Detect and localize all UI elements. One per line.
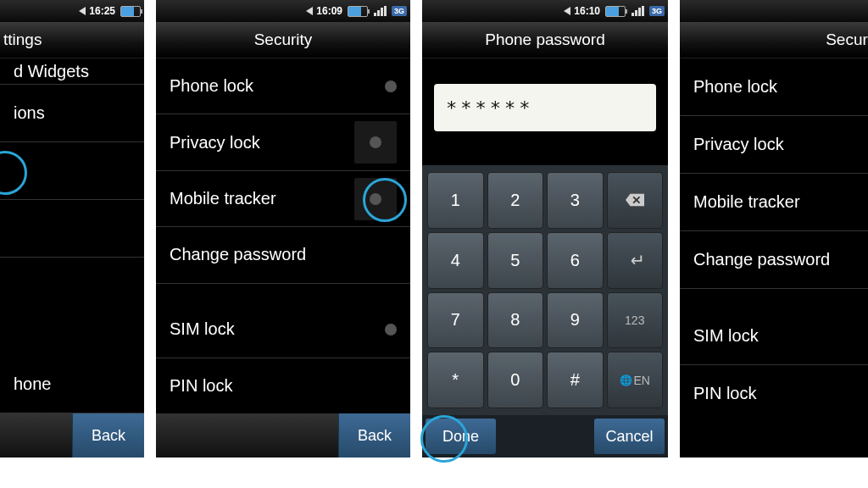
security-list: Phone lock Privacy lock Mobile tracker C…	[156, 58, 410, 413]
list-divider	[156, 284, 410, 302]
radio-icon	[370, 136, 381, 148]
password-area: ******	[422, 58, 668, 165]
key-6[interactable]: 6	[547, 232, 604, 289]
key-7[interactable]: 7	[427, 292, 484, 349]
speaker-icon	[79, 7, 86, 15]
list-item-mobile-tracker[interactable]: Mobile tracker	[680, 174, 868, 231]
status-bar: 16:10 3G	[422, 0, 668, 22]
clock: 16:25	[89, 5, 115, 17]
page-title: Securi	[680, 22, 868, 58]
footer: Back	[156, 413, 410, 458]
list-item-pin-lock[interactable]: PIN lock	[156, 358, 410, 413]
key-mode-123[interactable]: 123	[607, 292, 664, 349]
list-item-phone-lock[interactable]: Phone lock	[680, 58, 868, 116]
list-item-change-password[interactable]: Change password	[156, 227, 410, 283]
numeric-keypad: 1 2 3 4 5 6 7 8 9 123 * 0 # 🌐 EN	[422, 165, 668, 415]
list-item-phone-lock[interactable]: Phone lock	[156, 58, 410, 114]
list-item[interactable]	[0, 142, 144, 200]
key-2[interactable]: 2	[487, 172, 544, 229]
signal-icon	[373, 6, 387, 16]
list-item[interactable]: d Widgets	[0, 58, 144, 85]
radio-icon	[385, 80, 397, 92]
screen-phone-password: 16:10 3G Phone password ****** 1 2 3 4 5…	[422, 0, 668, 458]
footer-spacer	[499, 415, 591, 458]
security-list: Phone lock Privacy lock Mobile tracker C…	[680, 58, 868, 458]
key-star[interactable]: *	[427, 352, 484, 408]
radio-container	[354, 178, 397, 220]
selection-highlight	[0, 151, 27, 195]
screen-settings: 16:25 ttings d Widgets ions hone Back	[0, 0, 144, 458]
key-8[interactable]: 8	[487, 292, 544, 349]
list-item-sim-lock[interactable]: SIM lock	[156, 302, 410, 358]
key-0[interactable]: 0	[487, 352, 544, 408]
footer: Done Cancel	[422, 415, 668, 458]
key-lang[interactable]: 🌐 EN	[607, 352, 664, 408]
back-button[interactable]: Back	[72, 413, 144, 458]
back-button[interactable]: Back	[338, 413, 410, 458]
list-item[interactable]: ions	[0, 85, 144, 142]
clock: 16:10	[574, 5, 600, 17]
radio-icon	[370, 193, 381, 205]
screen-security: 16:09 3G Security Phone lock Privacy loc…	[156, 0, 410, 458]
battery-icon	[605, 6, 626, 17]
list-item[interactable]: hone	[0, 356, 144, 413]
list-spacer	[0, 258, 144, 356]
cancel-button[interactable]: Cancel	[594, 419, 665, 454]
key-4[interactable]: 4	[427, 232, 484, 289]
battery-icon	[120, 6, 141, 17]
list-item-sim-lock[interactable]: SIM lock	[680, 308, 868, 365]
done-button[interactable]: Done	[426, 419, 496, 454]
key-9[interactable]: 9	[547, 292, 604, 349]
screen-security-2: Securi Phone lock Privacy lock Mobile tr…	[680, 0, 868, 458]
list-divider	[680, 289, 868, 308]
key-enter[interactable]	[607, 232, 664, 289]
password-input[interactable]: ******	[434, 84, 656, 131]
page-title: ttings	[0, 22, 144, 58]
list-item-pin-lock[interactable]: PIN lock	[680, 365, 868, 422]
network-badge: 3G	[649, 6, 665, 16]
status-bar: 16:25	[0, 0, 144, 22]
network-badge: 3G	[392, 6, 407, 16]
status-bar: 16:09 3G	[156, 0, 410, 22]
page-title: Security	[156, 22, 410, 58]
page-title: Phone password	[422, 22, 668, 58]
radio-container	[354, 121, 397, 164]
key-backspace[interactable]	[607, 172, 664, 229]
speaker-icon	[306, 7, 313, 15]
status-bar	[680, 0, 868, 22]
key-5[interactable]: 5	[487, 232, 544, 289]
settings-list: d Widgets ions hone	[0, 58, 144, 413]
list-item-change-password[interactable]: Change password	[680, 231, 868, 289]
globe-icon: 🌐	[620, 374, 632, 386]
enter-icon	[626, 253, 644, 267]
clock: 16:09	[316, 5, 342, 17]
radio-icon	[385, 324, 397, 336]
battery-icon	[348, 6, 368, 17]
key-hash[interactable]: #	[547, 352, 604, 408]
list-item-privacy-lock[interactable]: Privacy lock	[156, 114, 410, 170]
footer: Back	[0, 413, 144, 458]
key-1[interactable]: 1	[427, 172, 484, 229]
list-item-mobile-tracker[interactable]: Mobile tracker	[156, 171, 410, 227]
list-item-privacy-lock[interactable]: Privacy lock	[680, 116, 868, 174]
backspace-icon	[626, 193, 644, 207]
signal-icon	[631, 6, 644, 16]
speaker-icon	[564, 7, 570, 15]
list-item[interactable]	[0, 200, 144, 258]
key-3[interactable]: 3	[547, 172, 604, 229]
